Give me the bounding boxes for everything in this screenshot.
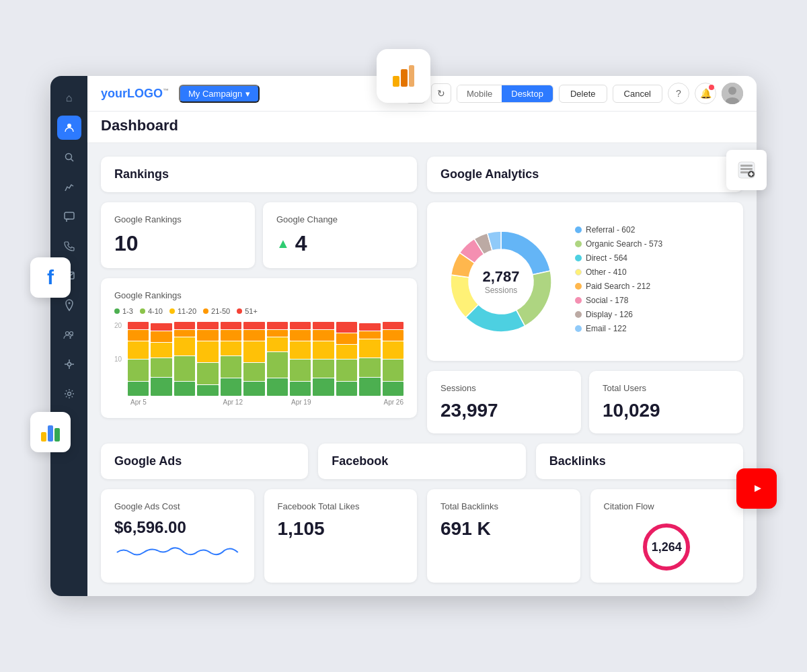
legend-label-paid: Paid Search - 212 xyxy=(586,282,650,291)
sidebar-item-team[interactable] xyxy=(57,323,81,347)
sub-header: Dashboard xyxy=(87,112,757,143)
facebook-likes-value: 1,105 xyxy=(278,518,404,540)
legend-dot-direct xyxy=(575,255,582,261)
svg-rect-5 xyxy=(409,65,414,87)
user-avatar[interactable] xyxy=(722,83,743,104)
facebook-likes-label: Facebook Total Likes xyxy=(278,501,404,511)
legend-dot-social xyxy=(575,297,582,304)
svg-point-13 xyxy=(67,124,71,128)
help-button[interactable]: ? xyxy=(668,83,689,104)
legend-direct: Direct - 564 xyxy=(575,253,730,263)
sessions-label: Sessions xyxy=(440,383,568,393)
citation-flow-label: Citation Flow xyxy=(604,501,730,511)
delete-button[interactable]: Delete xyxy=(559,85,607,103)
donut-value: 2,787 xyxy=(482,268,519,286)
facebook-section-header: Facebook xyxy=(318,444,525,479)
campaign-label: My Campaign xyxy=(188,89,242,99)
legend-label-referral: Referral - 602 xyxy=(586,225,635,235)
legend-1-3: 1-3 xyxy=(114,307,133,315)
main-content: yourLOGO™ My Campaign ▾ ↺ ↻ Mobile Deskt… xyxy=(87,76,757,596)
google-ads-cost-label: Google Ads Cost xyxy=(114,501,241,511)
svg-rect-7 xyxy=(740,165,753,167)
svg-rect-4 xyxy=(401,69,408,87)
svg-point-14 xyxy=(65,154,71,160)
bottom-section-headers: Google Ads Facebook Backlinks xyxy=(101,444,743,479)
svg-rect-0 xyxy=(41,432,46,442)
mobile-view-button[interactable]: Mobile xyxy=(457,85,502,102)
rankings-column: Rankings Google Rankings 10 Google Chang… xyxy=(101,157,417,433)
sidebar-item-analytics[interactable] xyxy=(57,175,81,199)
change-number: 4 xyxy=(295,231,307,256)
legend-dot-21-50 xyxy=(203,308,208,314)
bar-chart xyxy=(128,322,404,396)
legend-label-direct: Direct - 564 xyxy=(586,253,627,263)
legend-dot-paid xyxy=(575,283,582,290)
svg-rect-8 xyxy=(740,168,753,170)
donut-legend: Referral - 602 Organic Search - 573 Dire… xyxy=(575,225,730,338)
page-title: Dashboard xyxy=(101,117,743,134)
legend-organic: Organic Search - 573 xyxy=(575,239,730,249)
legend-display: Display - 126 xyxy=(575,310,730,319)
app-container: ⌂ xyxy=(50,76,757,596)
legend-referral: Referral - 602 xyxy=(575,225,730,235)
google-ads-section-header: Google Ads xyxy=(101,444,308,479)
svg-point-24 xyxy=(728,87,736,95)
sessions-card: Sessions 23,997 xyxy=(427,371,581,433)
legend-label-display: Display - 126 xyxy=(586,310,633,319)
google-change-value: ▲ 4 xyxy=(276,231,404,256)
legend-label-1-3: 1-3 xyxy=(122,307,133,315)
svg-rect-3 xyxy=(393,76,399,87)
sidebar-item-search[interactable] xyxy=(57,145,81,169)
legend-social: Social - 178 xyxy=(575,296,730,305)
svg-point-19 xyxy=(65,332,69,335)
total-users-label: Total Users xyxy=(603,383,730,393)
y-label-20: 20 xyxy=(114,322,122,329)
bar-chart-area: 1-3 4-10 11-20 xyxy=(114,307,404,406)
svg-rect-2 xyxy=(54,428,60,442)
sidebar-item-integrations[interactable] xyxy=(57,352,81,376)
sidebar: ⌂ xyxy=(50,76,87,596)
legend-label-organic: Organic Search - 573 xyxy=(586,239,662,249)
x-label-apr26: Apr 26 xyxy=(336,398,404,406)
notifications-button[interactable]: 🔔 xyxy=(695,83,716,104)
svg-point-20 xyxy=(69,332,73,335)
sidebar-item-messages[interactable] xyxy=(57,204,81,228)
main-grid: Rankings Google Rankings 10 Google Chang… xyxy=(101,157,743,433)
total-backlinks-label: Total Backlinks xyxy=(440,501,567,511)
logo-tm: ™ xyxy=(163,87,169,94)
legend-21-50: 21-50 xyxy=(203,307,230,315)
legend-dot-other xyxy=(575,269,582,276)
chart-legend: 1-3 4-10 11-20 xyxy=(114,307,404,315)
x-axis-labels: Apr 5 Apr 12 Apr 19 Apr 26 xyxy=(130,398,404,406)
sidebar-item-users[interactable] xyxy=(57,116,81,140)
tools-float-icon xyxy=(726,150,767,190)
legend-dot-organic xyxy=(575,241,582,247)
backlinks-section-header: Backlinks xyxy=(536,444,743,479)
dashboard: Rankings Google Rankings 10 Google Chang… xyxy=(87,143,757,596)
campaign-selector[interactable]: My Campaign ▾ xyxy=(179,85,260,103)
y-label-10: 10 xyxy=(114,355,122,363)
svg-point-22 xyxy=(67,392,71,396)
rankings-title: Rankings xyxy=(114,167,404,181)
cancel-button[interactable]: Cancel xyxy=(613,85,662,103)
legend-label-51plus: 51+ xyxy=(245,307,258,315)
google-ads-cost-card: Google Ads Cost $6,596.00 xyxy=(101,489,254,583)
facebook-float-icon: f xyxy=(30,257,71,298)
campaign-arrow-icon: ▾ xyxy=(245,89,250,99)
legend-dot-referral xyxy=(575,226,582,233)
donut-chart: 2,787 Sessions xyxy=(440,221,562,342)
desktop-view-button[interactable]: Desktop xyxy=(502,85,553,102)
legend-other: Other - 410 xyxy=(575,267,730,277)
sidebar-item-home[interactable]: ⌂ xyxy=(57,86,81,110)
redo-button[interactable]: ↻ xyxy=(431,83,451,103)
sidebar-item-phone[interactable] xyxy=(57,234,81,258)
bottom-cards: Google Ads Cost $6,596.00 Facebook Total… xyxy=(101,489,743,583)
x-label-apr19: Apr 19 xyxy=(267,398,336,406)
svg-rect-12 xyxy=(751,172,752,176)
facebook-title: Facebook xyxy=(332,454,512,468)
analytics-title: Google Analytics xyxy=(440,167,730,181)
legend-label-4-10: 4-10 xyxy=(148,307,163,315)
donut-sublabel: Sessions xyxy=(482,286,519,295)
citation-flow-value: 1,264 xyxy=(652,540,682,554)
sidebar-item-settings[interactable] xyxy=(57,382,81,406)
